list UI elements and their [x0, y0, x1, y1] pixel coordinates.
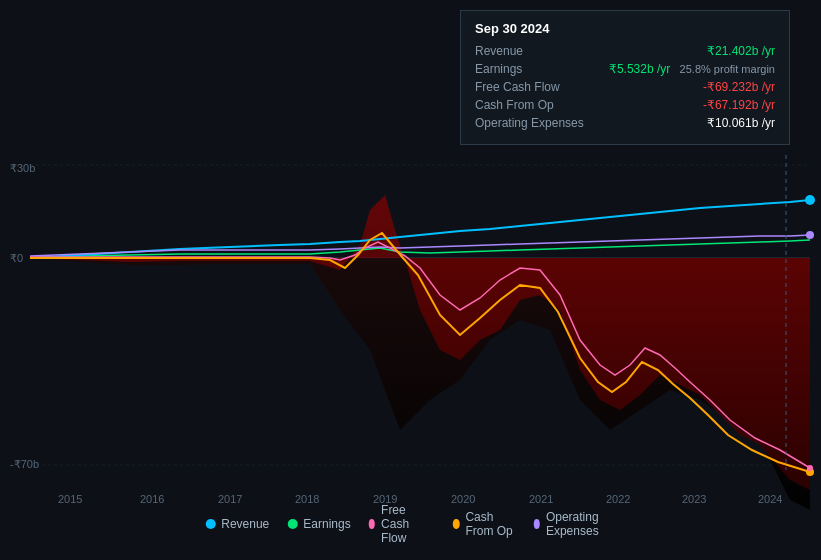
y-label-neg70b: -₹70b — [10, 458, 39, 471]
x-label-2023: 2023 — [682, 493, 706, 505]
tooltip-value-cashfromop: -₹67.192b /yr — [703, 98, 775, 112]
tooltip-row-fcf: Free Cash Flow -₹69.232b /yr — [475, 80, 775, 94]
tooltip-date: Sep 30 2024 — [475, 21, 775, 36]
legend-dot-revenue — [205, 519, 215, 529]
tooltip-value-opex: ₹10.061b /yr — [707, 116, 775, 130]
tooltip-row-opex: Operating Expenses ₹10.061b /yr — [475, 116, 775, 130]
tooltip-label-revenue: Revenue — [475, 44, 523, 58]
x-label-2024: 2024 — [758, 493, 782, 505]
legend-dot-earnings — [287, 519, 297, 529]
legend-label-earnings: Earnings — [303, 517, 350, 531]
svg-point-5 — [806, 231, 814, 239]
legend-revenue[interactable]: Revenue — [205, 517, 269, 531]
svg-point-4 — [805, 195, 815, 205]
legend-label-opex: Operating Expenses — [546, 510, 616, 538]
legend-dot-cashfromop — [453, 519, 459, 529]
tooltip-label-fcf: Free Cash Flow — [475, 80, 560, 94]
data-tooltip: Sep 30 2024 Revenue ₹21.402b /yr Earning… — [460, 10, 790, 145]
legend-dot-fcf — [369, 519, 375, 529]
svg-point-8 — [807, 465, 813, 471]
tooltip-row-earnings: Earnings ₹5.532b /yr 25.8% profit margin — [475, 62, 775, 76]
tooltip-value-revenue: ₹21.402b /yr — [707, 44, 775, 58]
x-label-2015: 2015 — [58, 493, 82, 505]
legend-earnings[interactable]: Earnings — [287, 517, 350, 531]
tooltip-label-opex: Operating Expenses — [475, 116, 584, 130]
x-label-2016: 2016 — [140, 493, 164, 505]
legend-label-revenue: Revenue — [221, 517, 269, 531]
tooltip-value-fcf: -₹69.232b /yr — [703, 80, 775, 94]
tooltip-row-revenue: Revenue ₹21.402b /yr — [475, 44, 775, 58]
tooltip-label-cashfromop: Cash From Op — [475, 98, 554, 112]
legend-dot-opex — [534, 519, 540, 529]
tooltip-label-earnings: Earnings — [475, 62, 522, 76]
legend-label-fcf: Free Cash Flow — [381, 503, 435, 545]
chart-legend: Revenue Earnings Free Cash Flow Cash Fro… — [205, 503, 616, 545]
legend-fcf[interactable]: Free Cash Flow — [369, 503, 435, 545]
legend-opex[interactable]: Operating Expenses — [534, 510, 616, 538]
tooltip-row-cashfromop: Cash From Op -₹67.192b /yr — [475, 98, 775, 112]
tooltip-value-earnings: ₹5.532b /yr 25.8% profit margin — [609, 62, 775, 76]
legend-cashfromop[interactable]: Cash From Op — [453, 510, 515, 538]
legend-label-cashfromop: Cash From Op — [465, 510, 515, 538]
y-label-30b: ₹30b — [10, 162, 35, 175]
y-label-0: ₹0 — [10, 252, 23, 265]
